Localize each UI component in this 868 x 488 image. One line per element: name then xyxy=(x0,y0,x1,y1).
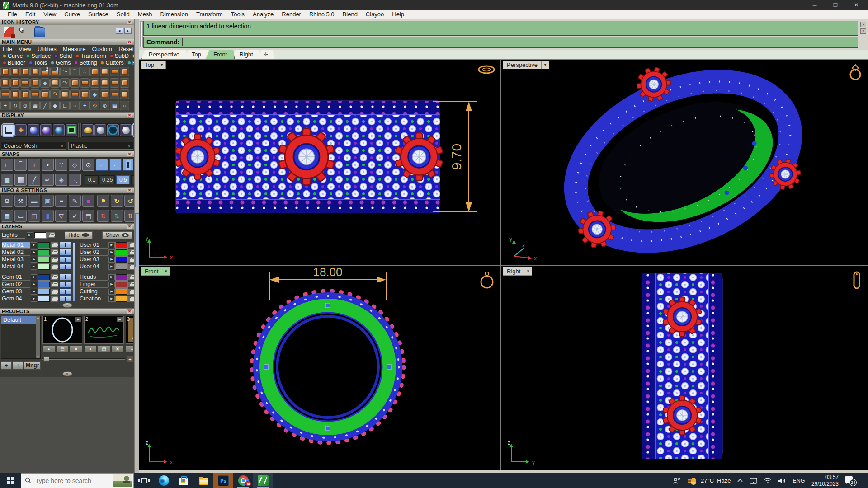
tool-icon[interactable] xyxy=(100,101,109,110)
panel-close-icon[interactable]: ✕ xyxy=(127,188,132,193)
layer-expand-button[interactable] xyxy=(31,249,37,255)
lock-icon[interactable] xyxy=(51,282,58,287)
layer-expand-button[interactable] xyxy=(31,242,37,248)
info-tool-icon[interactable] xyxy=(82,195,94,207)
info-tool-icon[interactable] xyxy=(1,210,13,222)
layer-color-swatch[interactable] xyxy=(116,274,127,280)
material-mode-icon[interactable] xyxy=(82,124,94,136)
info-tool-icon[interactable] xyxy=(69,210,81,222)
tool-icon[interactable] xyxy=(60,78,70,88)
tool-icon[interactable] xyxy=(110,101,119,110)
category-button[interactable]: Surface xyxy=(26,53,51,59)
tool-icon[interactable] xyxy=(80,101,90,110)
tool-icon[interactable] xyxy=(20,78,30,88)
menu-item[interactable]: Analyze xyxy=(249,10,278,18)
panel-close-icon[interactable]: ✕ xyxy=(127,224,132,229)
material-mode-icon[interactable] xyxy=(107,124,119,136)
layer-expand-button[interactable] xyxy=(108,296,115,302)
volume-icon[interactable] xyxy=(778,478,786,484)
layers-collapse-control[interactable] xyxy=(0,302,134,308)
tool-icon[interactable] xyxy=(0,101,10,110)
hide-button[interactable]: Hide xyxy=(65,231,93,239)
snap-toggle-icon[interactable] xyxy=(14,159,27,171)
viewport-perspective[interactable]: Perspective ▼ y z x xyxy=(501,60,868,265)
mesh-quality-select[interactable]: Coarse Mesh ∨ xyxy=(1,142,66,150)
add-project-button[interactable]: + xyxy=(1,361,12,370)
command-input[interactable] xyxy=(182,38,855,46)
show-button[interactable]: Show xyxy=(102,231,132,239)
layer-expand-button[interactable] xyxy=(31,264,37,270)
tool-icon[interactable] xyxy=(50,78,60,88)
layer-expand-button[interactable] xyxy=(31,257,37,263)
panel-close-icon[interactable]: ✕ xyxy=(127,113,132,118)
project-thumbnail[interactable]: 2 xyxy=(84,316,124,353)
snap-toggle-icon[interactable] xyxy=(96,159,108,171)
menu-item[interactable]: Dimension xyxy=(156,10,192,18)
search-daily-image[interactable] xyxy=(113,474,132,487)
tool-icon[interactable] xyxy=(10,78,20,88)
tool-icon[interactable] xyxy=(110,67,119,76)
tool-icon[interactable] xyxy=(50,101,60,110)
layer-label[interactable]: Finger xyxy=(80,281,108,288)
layer-label[interactable]: Metal 03 xyxy=(2,256,30,263)
snap-mode-icon[interactable] xyxy=(28,174,40,186)
category-button[interactable]: Gems xyxy=(51,60,71,66)
menu-item[interactable]: View xyxy=(39,10,60,18)
taskbar-app-icon[interactable] xyxy=(154,473,174,488)
menu-item[interactable]: Solid xyxy=(113,10,134,18)
layer-expand-button[interactable] xyxy=(108,282,115,287)
layer-label[interactable]: User 02 xyxy=(80,249,108,256)
layer-color-swatch[interactable] xyxy=(38,296,50,302)
tool-icon[interactable] xyxy=(30,101,40,110)
tool-icon[interactable] xyxy=(90,89,99,99)
layer-expand-button[interactable] xyxy=(108,274,115,280)
snap-toggle-icon[interactable] xyxy=(69,159,81,171)
tool-icon[interactable] xyxy=(50,67,60,76)
viewport-label-front[interactable]: Front ▼ xyxy=(141,267,170,276)
up-project-button[interactable]: ↑ xyxy=(13,361,24,370)
viewport-tab[interactable]: Top xyxy=(184,50,209,59)
chevron-up-icon[interactable] xyxy=(737,479,743,483)
main-menu-item[interactable]: Custom xyxy=(92,46,112,52)
column-scroll-bar[interactable] xyxy=(73,242,75,301)
snap-mode-icon[interactable] xyxy=(14,174,27,186)
tool-icon[interactable] xyxy=(20,89,30,99)
category-button[interactable]: Setting xyxy=(74,60,97,66)
layer-visibility-button[interactable] xyxy=(59,274,72,280)
layer-color-swatch[interactable] xyxy=(116,242,127,248)
info-tool-icon[interactable] xyxy=(42,210,54,222)
layer-visibility-button[interactable] xyxy=(59,249,72,255)
snap-toggle-icon[interactable] xyxy=(1,159,13,171)
scroll-up-icon[interactable]: ▲ xyxy=(860,22,866,27)
tool-icon[interactable] xyxy=(30,89,40,99)
lock-icon[interactable] xyxy=(51,242,58,248)
tool-icon[interactable] xyxy=(110,89,119,99)
tool-icon[interactable] xyxy=(40,89,50,99)
menu-item[interactable]: Mesh xyxy=(134,10,156,18)
reset-button[interactable]: Reset xyxy=(118,46,134,52)
display-mode-icon[interactable] xyxy=(66,124,77,136)
lock-icon[interactable] xyxy=(51,274,58,280)
main-menu-item[interactable]: Measure xyxy=(63,46,86,52)
tool-icon[interactable] xyxy=(0,67,10,76)
tool-icon[interactable] xyxy=(100,67,109,76)
main-menu-item[interactable]: Utilities xyxy=(38,46,57,52)
tool-icon[interactable] xyxy=(0,78,10,88)
main-menu-item[interactable]: View xyxy=(19,46,31,52)
layer-expand-button[interactable] xyxy=(31,289,37,295)
slider-handle[interactable] xyxy=(43,356,49,362)
thumbnail-delete-button[interactable] xyxy=(111,345,124,353)
layer-visibility-button[interactable] xyxy=(59,288,72,295)
layer-color-swatch[interactable] xyxy=(38,282,50,287)
lock-icon[interactable] xyxy=(47,232,55,238)
snap-mode-icon[interactable] xyxy=(55,174,67,186)
info-tool-icon[interactable] xyxy=(55,195,67,207)
thumbnail-save-button[interactable] xyxy=(98,345,110,353)
layer-expand-button[interactable] xyxy=(31,282,37,287)
menu-item[interactable]: Curve xyxy=(60,10,84,18)
snap-toggle-icon[interactable] xyxy=(28,159,40,171)
wifi-icon[interactable] xyxy=(764,478,772,483)
layer-visibility-button[interactable] xyxy=(59,256,72,263)
viewport-right[interactable]: Right ▼ z y xyxy=(501,266,868,470)
viewport-top[interactable]: 9.70 Top ▼ y x xyxy=(139,60,500,265)
